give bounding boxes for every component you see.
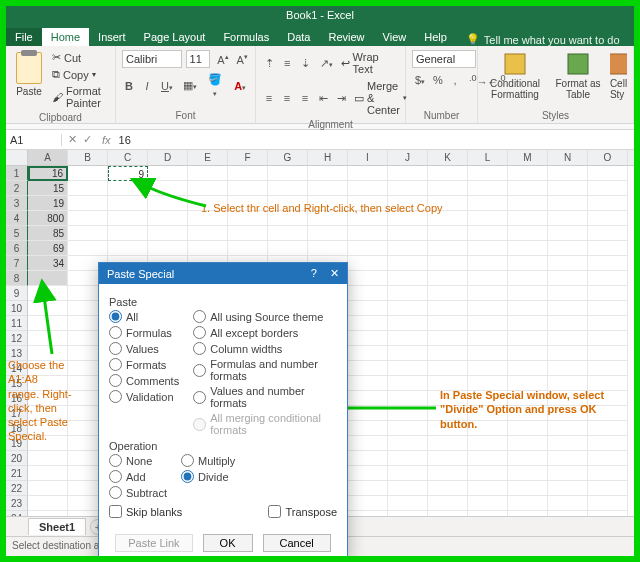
cell-L7[interactable] — [468, 256, 508, 271]
cell-J23[interactable] — [388, 496, 428, 511]
radio-source-theme[interactable]: All using Source theme — [193, 310, 337, 323]
borders-button[interactable]: ▦▾ — [180, 77, 200, 94]
enter-formula-icon[interactable]: ✓ — [83, 133, 92, 146]
cell-G5[interactable] — [268, 226, 308, 241]
cell-C6[interactable] — [108, 241, 148, 256]
cell-N1[interactable] — [548, 166, 588, 181]
cell-M4[interactable] — [508, 211, 548, 226]
cell-O22[interactable] — [588, 481, 628, 496]
cell-N12[interactable] — [548, 331, 588, 346]
cell-N5[interactable] — [548, 226, 588, 241]
cell-I22[interactable] — [348, 481, 388, 496]
cell-C4[interactable] — [108, 211, 148, 226]
help-icon[interactable]: ? — [311, 267, 317, 279]
cell-D1[interactable] — [148, 166, 188, 181]
fill-color-button[interactable]: 🪣▾ — [204, 71, 228, 100]
cancel-formula-icon[interactable]: ✕ — [68, 133, 77, 146]
align-top-button[interactable]: ⇡ — [262, 55, 276, 72]
cell-K12[interactable] — [428, 331, 468, 346]
cell-L23[interactable] — [468, 496, 508, 511]
cell-G2[interactable] — [268, 181, 308, 196]
cell-N21[interactable] — [548, 466, 588, 481]
format-as-table-button[interactable]: Format as Table — [550, 50, 606, 102]
cell-N2[interactable] — [548, 181, 588, 196]
cell-A23[interactable] — [28, 496, 68, 511]
cell-K19[interactable] — [428, 436, 468, 451]
cell-N10[interactable] — [548, 301, 588, 316]
chk-transpose[interactable]: Transpose — [268, 505, 337, 518]
cell-M13[interactable] — [508, 346, 548, 361]
cell-O10[interactable] — [588, 301, 628, 316]
cell-B5[interactable] — [68, 226, 108, 241]
conditional-formatting-button[interactable]: Conditional Formatting — [484, 50, 546, 102]
col-header-K[interactable]: K — [428, 150, 468, 165]
cell-L11[interactable] — [468, 316, 508, 331]
cell-O19[interactable] — [588, 436, 628, 451]
radio-comments[interactable]: Comments — [109, 374, 179, 387]
ok-button[interactable]: OK — [203, 534, 253, 552]
cell-J6[interactable] — [388, 241, 428, 256]
radio-formulas[interactable]: Formulas — [109, 326, 179, 339]
underline-button[interactable]: U▾ — [158, 78, 176, 94]
radio-divide[interactable]: Divide — [181, 470, 235, 483]
name-box[interactable]: A1 — [6, 134, 62, 146]
radio-subtract[interactable]: Subtract — [109, 486, 167, 499]
cell-M7[interactable] — [508, 256, 548, 271]
cell-M9[interactable] — [508, 286, 548, 301]
cell-I6[interactable] — [348, 241, 388, 256]
cell-J10[interactable] — [388, 301, 428, 316]
cell-J22[interactable] — [388, 481, 428, 496]
cell-C3[interactable] — [108, 196, 148, 211]
cell-A21[interactable] — [28, 466, 68, 481]
select-all-corner[interactable] — [6, 150, 28, 165]
decrease-indent-button[interactable]: ⇤ — [316, 90, 330, 107]
tab-view[interactable]: View — [374, 28, 416, 46]
row-header-5[interactable]: 5 — [6, 226, 28, 241]
row-header-11[interactable]: 11 — [6, 316, 28, 331]
cell-O4[interactable] — [588, 211, 628, 226]
cell-K21[interactable] — [428, 466, 468, 481]
grow-font-button[interactable]: A▴ — [214, 51, 229, 68]
cell-E6[interactable] — [188, 241, 228, 256]
row-header-9[interactable]: 9 — [6, 286, 28, 301]
row-header-3[interactable]: 3 — [6, 196, 28, 211]
col-header-N[interactable]: N — [548, 150, 588, 165]
cell-A7[interactable]: 34 — [28, 256, 68, 271]
cell-I21[interactable] — [348, 466, 388, 481]
close-icon[interactable]: ✕ — [330, 267, 339, 279]
cell-J21[interactable] — [388, 466, 428, 481]
radio-all[interactable]: All — [109, 310, 179, 323]
cell-O14[interactable] — [588, 361, 628, 376]
cell-I11[interactable] — [348, 316, 388, 331]
cell-O12[interactable] — [588, 331, 628, 346]
cell-K23[interactable] — [428, 496, 468, 511]
cell-J20[interactable] — [388, 451, 428, 466]
cell-K10[interactable] — [428, 301, 468, 316]
col-header-B[interactable]: B — [68, 150, 108, 165]
cell-G1[interactable] — [268, 166, 308, 181]
cell-K22[interactable] — [428, 481, 468, 496]
cell-A1[interactable]: 16 — [28, 166, 68, 181]
cell-E1[interactable] — [188, 166, 228, 181]
paste-button[interactable]: Paste — [12, 50, 46, 99]
cell-A9[interactable] — [28, 286, 68, 301]
cell-B2[interactable] — [68, 181, 108, 196]
cell-O11[interactable] — [588, 316, 628, 331]
number-format-combo[interactable]: General — [412, 50, 476, 68]
paste-link-button[interactable]: Paste Link — [115, 534, 192, 552]
fx-icon[interactable]: fx — [98, 134, 115, 146]
cell-M22[interactable] — [508, 481, 548, 496]
cell-M2[interactable] — [508, 181, 548, 196]
cell-N6[interactable] — [548, 241, 588, 256]
align-bottom-button[interactable]: ⇣ — [298, 55, 312, 72]
cell-N23[interactable] — [548, 496, 588, 511]
wrap-text-button[interactable]: ↩Wrap Text — [339, 50, 399, 76]
row-header-2[interactable]: 2 — [6, 181, 28, 196]
cell-B6[interactable] — [68, 241, 108, 256]
cell-I1[interactable] — [348, 166, 388, 181]
radio-merge-cond[interactable]: All merging conditional formats — [193, 412, 337, 436]
cell-D6[interactable] — [148, 241, 188, 256]
cell-N11[interactable] — [548, 316, 588, 331]
tab-help[interactable]: Help — [415, 28, 456, 46]
font-name-combo[interactable]: Calibri — [122, 50, 182, 68]
